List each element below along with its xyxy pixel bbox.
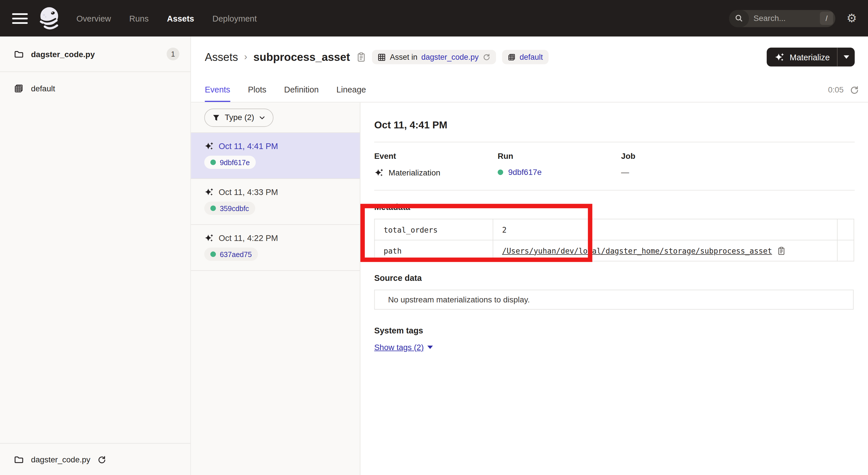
breadcrumb: Assets › subprocess_asset	[205, 51, 350, 63]
metadata-key: total_orders	[375, 219, 493, 240]
tab-plots[interactable]: Plots	[248, 78, 267, 102]
asset-tag-prefix: Asset in	[390, 53, 417, 61]
filter-funnel-icon	[212, 113, 220, 121]
top-nav: Overview Runs Assets Deployment / ⚙	[0, 0, 868, 36]
tab-definition[interactable]: Definition	[284, 78, 319, 102]
run-success-dot	[210, 159, 216, 165]
dagster-logo-icon[interactable]	[36, 5, 62, 32]
breadcrumb-assets-link[interactable]: Assets	[205, 51, 238, 63]
source-data-empty-state: No upstream materializations to display.	[374, 290, 854, 309]
run-id-pill[interactable]: 9dbf617e	[205, 156, 256, 169]
system-tags-heading: System tags	[374, 326, 855, 335]
materialization-sparkle-icon	[205, 233, 214, 243]
job-column-label: Job	[621, 152, 745, 160]
asset-definition-tag[interactable]: Asset in dagster_code.py	[372, 50, 496, 64]
sidebar-code-location-label: dagster_code.py	[31, 50, 95, 59]
reload-icon[interactable]	[98, 455, 106, 464]
materialization-sparkle-icon	[205, 141, 214, 151]
tab-events[interactable]: Events	[205, 78, 230, 102]
events-filter-row: Type (2)	[191, 102, 360, 133]
event-list-item[interactable]: Oct 11, 4:41 PM 9dbf617e	[191, 133, 360, 179]
type-filter-button[interactable]: Type (2)	[205, 108, 274, 127]
sidebar-group-label: default	[31, 84, 55, 93]
event-timestamp: Oct 11, 4:22 PM	[219, 233, 278, 243]
show-tags-toggle[interactable]: Show tags (2)	[374, 343, 433, 352]
event-timestamp: Oct 11, 4:41 PM	[219, 141, 278, 151]
copy-path-icon[interactable]	[778, 246, 785, 255]
search-icon	[729, 10, 749, 27]
materialize-label: Materialize	[789, 52, 830, 62]
event-type-value: Materialization	[389, 168, 440, 177]
event-detail-panel: Oct 11, 4:41 PM Event	[360, 102, 868, 475]
job-value: —	[621, 168, 745, 177]
refresh-icon[interactable]	[849, 85, 859, 94]
event-timestamp: Oct 11, 4:33 PM	[219, 187, 278, 197]
group-tag-link[interactable]: default	[520, 53, 543, 61]
primary-nav: Overview Runs Assets Deployment	[76, 13, 257, 23]
event-detail-title: Oct 11, 4:41 PM	[374, 120, 855, 131]
chevron-down-icon	[259, 114, 266, 121]
run-success-dot	[498, 170, 503, 175]
global-search[interactable]: /	[729, 10, 835, 27]
asset-sidebar: dagster_code.py 1 default	[0, 36, 191, 475]
asset-group-icon	[14, 84, 24, 94]
run-success-dot	[210, 251, 216, 257]
hamburger-menu-icon[interactable]	[7, 5, 32, 31]
page-title: subprocess_asset	[253, 51, 350, 63]
tab-lineage[interactable]: Lineage	[336, 78, 366, 102]
refresh-countdown: 0:05	[828, 85, 844, 94]
search-input[interactable]	[749, 14, 820, 23]
asset-tag-code-location-link[interactable]: dagster_code.py	[422, 53, 479, 61]
metadata-table: total_orders 2 path /Users/yuhan/dev/loc…	[374, 219, 854, 262]
sidebar-item-group-default[interactable]: default	[0, 75, 190, 102]
asset-header: Assets › subprocess_asset	[191, 36, 868, 78]
asset-tabs: Events Plots Definition Lineage 0:05	[191, 78, 868, 102]
events-list-panel: Type (2)	[191, 102, 360, 475]
nav-item-assets[interactable]: Assets	[167, 13, 194, 23]
run-id-label: 637aed75	[220, 250, 252, 259]
run-column-label: Run	[498, 152, 621, 160]
metadata-path-link[interactable]: /Users/yuhan/dev/local/dagster_home/stor…	[502, 246, 772, 255]
run-success-dot	[210, 205, 216, 211]
materialization-sparkle-icon	[374, 168, 384, 177]
materialize-dropdown-button[interactable]	[837, 48, 855, 67]
folder-icon	[14, 454, 24, 464]
sidebar-item-code-location[interactable]: dagster_code.py 1	[0, 36, 190, 72]
materialize-split-button: Materialize	[767, 48, 855, 67]
run-id-pill[interactable]: 637aed75	[205, 247, 258, 261]
folder-icon	[14, 49, 24, 59]
event-list-item[interactable]: Oct 11, 4:22 PM 637aed75	[191, 225, 360, 271]
event-column-label: Event	[374, 152, 498, 160]
metadata-value: 2	[493, 219, 837, 240]
materialize-button[interactable]: Materialize	[767, 48, 837, 67]
dagster-app: Overview Runs Assets Deployment / ⚙	[0, 0, 868, 475]
caret-down-icon	[843, 55, 849, 59]
sidebar-bottom-code-location[interactable]: dagster_code.py	[0, 443, 190, 475]
run-id-pill[interactable]: 359cdbfc	[205, 202, 255, 215]
settings-gear-icon[interactable]: ⚙	[846, 12, 857, 24]
run-id-label: 359cdbfc	[220, 204, 249, 212]
nav-item-runs[interactable]: Runs	[129, 13, 149, 23]
asset-count-badge: 1	[166, 48, 179, 60]
main-content: Assets › subprocess_asset	[191, 36, 868, 475]
metadata-heading: Metadata	[374, 202, 855, 212]
run-id-link[interactable]: 9dbf617e	[508, 168, 541, 177]
nav-item-deployment[interactable]: Deployment	[212, 13, 257, 23]
metadata-key: path	[375, 240, 493, 261]
nav-item-overview[interactable]: Overview	[76, 13, 111, 23]
materialization-sparkle-icon	[205, 187, 214, 197]
type-filter-label: Type (2)	[225, 113, 254, 122]
sidebar-bottom-label: dagster_code.py	[31, 455, 90, 464]
asset-group-icon	[507, 53, 516, 61]
copy-asset-name-icon[interactable]	[357, 52, 365, 62]
asset-group-tag[interactable]: default	[502, 50, 548, 64]
event-list-item[interactable]: Oct 11, 4:33 PM 359cdbfc	[191, 179, 360, 225]
metadata-row: path /Users/yuhan/dev/local/dagster_home…	[375, 240, 854, 261]
show-tags-label: Show tags (2)	[374, 343, 424, 352]
sparkle-icon	[775, 52, 785, 62]
caret-down-icon	[428, 346, 433, 349]
breadcrumb-chevron-icon: ›	[244, 51, 247, 63]
run-id-label: 9dbf617e	[220, 158, 250, 167]
metadata-row: total_orders 2	[375, 219, 854, 240]
refresh-icon[interactable]	[483, 53, 490, 61]
